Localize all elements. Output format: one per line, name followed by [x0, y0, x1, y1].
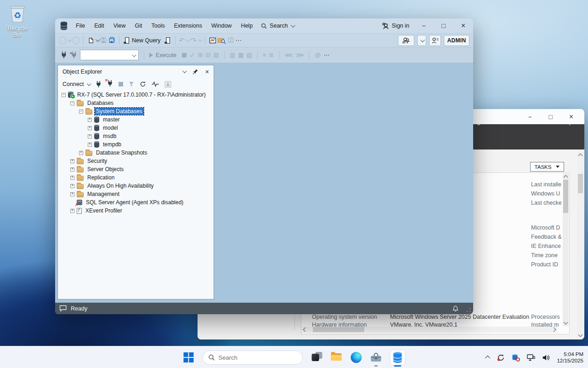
tree-item-server-objects[interactable]: Server Objects — [58, 165, 214, 173]
tree-item-system-databases[interactable]: System Databases — [58, 107, 214, 115]
tasks-dropdown-button[interactable]: TASKS — [530, 162, 564, 172]
tree-item-model[interactable]: model — [58, 124, 214, 132]
recycle-bin[interactable]: ♻ Recycle Bin — [4, 4, 31, 38]
navigate-back-icon[interactable]: ← — [59, 37, 66, 44]
save-icon-disabled[interactable] — [100, 37, 107, 44]
tree-item-master[interactable]: master — [58, 115, 214, 124]
user-accounts-dropdown[interactable] — [417, 35, 426, 46]
expand-icon[interactable] — [88, 143, 92, 147]
cancel-query-icon-disabled[interactable] — [182, 53, 187, 58]
scroll-up-icon[interactable] — [578, 154, 583, 158]
scroll-left-icon[interactable] — [303, 328, 308, 332]
tree-item-replication[interactable]: Replication — [58, 173, 214, 182]
activity-monitor-icon[interactable] — [209, 37, 216, 44]
close-icon[interactable]: × — [205, 68, 209, 75]
stop-icon-disabled[interactable] — [119, 82, 123, 86]
redo-icon-disabled[interactable]: ↷ — [191, 37, 197, 44]
update-pending-icon[interactable] — [497, 354, 505, 362]
resize-grip[interactable] — [466, 308, 471, 312]
search-input[interactable] — [219, 354, 288, 361]
results-file-icon-disabled[interactable]: ▧ — [246, 52, 252, 58]
notifications-bell-icon[interactable] — [452, 305, 458, 312]
save-all-icon[interactable] — [108, 37, 115, 44]
undo-icon-disabled[interactable]: ↶ — [179, 37, 185, 44]
results-text-icon-disabled[interactable]: ▥ — [230, 52, 235, 58]
specify-values-icon-disabled[interactable]: @ — [315, 52, 321, 58]
expand-icon[interactable] — [70, 192, 74, 196]
increase-indent-icon-disabled[interactable]: ⋙ — [296, 52, 305, 58]
tree-item-label[interactable]: tempdb — [102, 141, 123, 148]
tree-item-label[interactable]: Management — [86, 190, 121, 198]
expand-icon[interactable] — [70, 167, 74, 172]
tree-item-management[interactable]: Management — [58, 190, 214, 198]
disconnect-icon[interactable]: ✕ — [107, 80, 113, 89]
toolbar-overflow-icon[interactable]: ⋯ — [236, 37, 242, 44]
collapse-icon[interactable] — [79, 109, 83, 114]
sm-menu-help[interactable]: Help — [560, 118, 572, 125]
tree-item-always-on[interactable]: Always On High Availability — [58, 182, 214, 190]
user-accounts-button[interactable] — [398, 35, 414, 46]
expand-icon[interactable] — [70, 176, 74, 180]
ssms-titlebar[interactable]: File Edit View Git Tools Extensions Wind… — [55, 18, 473, 33]
showplan-icon-disabled[interactable]: ⊞ — [198, 52, 203, 58]
tree-item-label[interactable]: Server Objects — [86, 166, 125, 173]
tree-item-label[interactable]: master — [102, 116, 121, 123]
menu-tools[interactable]: Tools — [147, 23, 170, 29]
prop-ie-enhanced[interactable]: IE Enhance — [531, 243, 561, 250]
chevron-down-icon[interactable] — [96, 37, 100, 42]
connected-user-button[interactable] — [429, 35, 441, 46]
filter-icon-disabled[interactable] — [129, 81, 134, 87]
admin-button[interactable]: ADMIN — [444, 35, 469, 46]
menu-window[interactable]: Window — [207, 23, 236, 29]
expand-icon[interactable] — [70, 184, 74, 188]
expand-icon[interactable] — [70, 159, 74, 163]
taskbar-search[interactable] — [203, 351, 303, 365]
prop-microsoft-defender[interactable]: Microsoft D — [531, 224, 561, 232]
intellisense-icon-disabled[interactable]: ▤ — [214, 52, 219, 58]
edge-button[interactable] — [351, 350, 362, 365]
scroll-right-icon[interactable] — [552, 328, 556, 332]
menu-git[interactable]: Git — [130, 23, 147, 29]
navigate-forward-icon[interactable]: → — [72, 37, 79, 44]
sm-properties-scrollbar[interactable] — [563, 173, 569, 326]
change-connection-icon[interactable] — [70, 51, 77, 59]
volume-icon[interactable] — [542, 354, 550, 361]
folder-search-icon[interactable] — [218, 37, 226, 44]
tree-item-xevent-profiler[interactable]: XEvent Profiler — [58, 207, 214, 215]
window-position-icon[interactable] — [182, 69, 187, 73]
tree-item-label[interactable]: Replication — [86, 174, 116, 181]
tree-item-tempdb[interactable]: tempdb — [58, 140, 214, 149]
database-selector-combobox[interactable] — [80, 50, 139, 60]
tree-item-label[interactable]: Security — [86, 157, 108, 165]
uncomment-icon-disabled[interactable]: ≣ — [269, 52, 274, 58]
server-manager-button[interactable] — [370, 350, 382, 365]
network-icon[interactable] — [527, 354, 535, 361]
expand-icon[interactable] — [70, 209, 74, 213]
tree-item-label[interactable]: Database Snapshots — [95, 149, 148, 156]
connect-object-explorer-icon[interactable] — [96, 80, 102, 88]
tree-item-label-selected[interactable]: System Databases — [95, 108, 144, 115]
scripting-icon-disabled[interactable] — [164, 81, 171, 88]
tree-item-label[interactable]: Always On High Availability — [86, 182, 155, 190]
tree-item-security[interactable]: Security — [58, 157, 214, 165]
activity-monitor-icon[interactable] — [152, 81, 159, 87]
close-button[interactable]: × — [453, 18, 473, 33]
tree-item-server[interactable]: RX-7 (SQL Server 17.0.1000.7 - RX-7\Admi… — [58, 91, 214, 99]
tree-item-sql-server-agent[interactable]: SQL Server Agent (Agent XPs disabled) — [58, 198, 214, 207]
results-grid-icon-disabled[interactable]: ▦ — [238, 52, 243, 58]
prop-windows-update[interactable]: Windows U — [531, 190, 561, 198]
prop-product-id[interactable]: Product ID — [531, 261, 561, 269]
parse-icon-disabled[interactable]: ✓ — [189, 52, 195, 58]
prop-feedback[interactable]: Feedback & — [531, 234, 561, 241]
pin-icon[interactable] — [192, 69, 198, 75]
expand-icon[interactable] — [88, 126, 92, 130]
database-tray-icon[interactable] — [512, 354, 520, 362]
collapse-icon[interactable] — [62, 93, 66, 97]
chevron-down-icon[interactable] — [291, 23, 295, 28]
minimize-button[interactable]: − — [414, 18, 434, 33]
comment-icon-disabled[interactable]: ≡ — [263, 52, 266, 58]
feedback-bubble-icon[interactable] — [59, 305, 67, 312]
scrollbar-thumb[interactable] — [578, 174, 583, 193]
tree-item-label[interactable]: model — [102, 124, 119, 132]
tree-item-database-snapshots[interactable]: Database Snapshots — [58, 149, 214, 157]
